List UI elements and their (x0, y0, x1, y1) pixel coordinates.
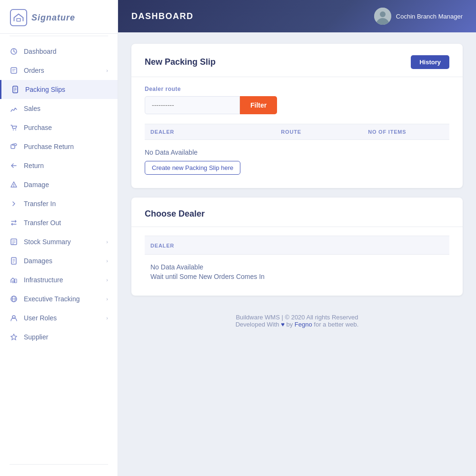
sidebar-item-purchase[interactable]: Purchase (0, 118, 118, 137)
sidebar-item-return[interactable]: Return (0, 156, 118, 175)
sidebar-item-label-return: Return (24, 162, 108, 169)
packing-slip-table-body: No Data Available Create new Packing Sli… (145, 140, 449, 177)
user-roles-arrow-icon: › (106, 315, 108, 321)
dealer-table-header: DEALER (145, 236, 449, 255)
orders-arrow-icon: › (106, 68, 108, 73)
sidebar-item-label-sales: Sales (24, 105, 108, 112)
executive-tracking-icon (10, 295, 18, 303)
header-user: Cochin Branch Manager (374, 8, 463, 25)
dealer-no-data: No Data Available (150, 263, 444, 271)
sidebar-item-dashboard[interactable]: Dashboard (0, 42, 118, 61)
sales-icon (10, 104, 18, 113)
user-name: Cochin Branch Manager (396, 13, 463, 20)
sidebar-item-label-damage: Damage (24, 181, 108, 188)
sidebar-item-stock-summary[interactable]: Stock Summary › (0, 232, 118, 251)
filter-button[interactable]: Filter (240, 96, 277, 114)
sidebar-item-supplier[interactable]: Supplier (0, 327, 118, 347)
sidebar-item-label-user-roles: User Roles (24, 314, 100, 322)
col-dealer-header: DEALER (150, 243, 174, 248)
svg-marker-15 (11, 334, 17, 340)
dealer-route-input[interactable] (145, 96, 240, 114)
packing-slip-title: New Packing Slip (145, 57, 216, 67)
sidebar-item-executive-tracking[interactable]: Executive Tracking › (0, 289, 118, 308)
col-dealer: DEALER (145, 129, 275, 135)
packing-slip-card-divider (131, 77, 463, 77)
damages-icon (10, 257, 18, 265)
dashboard-icon (10, 47, 18, 56)
sidebar-item-label-orders: Orders (24, 67, 100, 74)
history-button[interactable]: History (411, 55, 449, 69)
svg-rect-1 (17, 19, 20, 21)
logo-text: Signature (31, 13, 75, 23)
sidebar-item-label-executive-tracking: Executive Tracking (24, 295, 100, 303)
svg-point-17 (380, 11, 386, 17)
packing-slip-card-header: New Packing Slip History (145, 55, 449, 69)
logo-icon (10, 9, 28, 27)
sidebar-item-sales[interactable]: Sales (0, 99, 118, 118)
filter-row: Filter (145, 96, 449, 114)
sidebar-bottom-divider (10, 464, 108, 465)
sidebar-item-label-purchase-return: Purchase Return (24, 143, 108, 150)
svg-rect-3 (11, 68, 17, 73)
footer-by: by (286, 321, 294, 328)
packing-slip-table-header: DEALER ROUTE NO OF ITEMS (145, 124, 449, 140)
choose-dealer-card: Choose Dealer DEALER No Data Available W… (131, 198, 463, 296)
return-icon (10, 161, 18, 170)
svg-rect-10 (12, 281, 14, 283)
sidebar-item-transfer-in[interactable]: Transfer In (0, 194, 118, 213)
col-route: ROUTE (275, 129, 362, 135)
svg-rect-0 (10, 10, 27, 26)
transfer-in-icon (10, 199, 18, 208)
sidebar-item-label-transfer-in: Transfer In (24, 200, 108, 208)
dealer-table-body: No Data Available Wait until Some New Or… (145, 255, 449, 284)
stock-summary-icon (10, 238, 18, 246)
sidebar-divider (10, 36, 108, 36)
create-packing-slip-link[interactable]: Create new Packing Slip here (145, 161, 240, 175)
damages-arrow-icon: › (106, 258, 108, 264)
footer-post: for a better web. (314, 321, 358, 328)
footer-line1: Buildware WMS | © 2020 All rights Reserv… (131, 314, 463, 321)
sidebar-item-damage[interactable]: Damage (0, 175, 118, 194)
packing-slips-icon (11, 85, 20, 94)
sidebar-item-label-dashboard: Dashboard (24, 48, 108, 55)
purchase-return-icon (10, 142, 18, 151)
sidebar-item-orders[interactable]: Orders › (0, 61, 118, 80)
executive-tracking-arrow-icon: › (106, 296, 108, 302)
sidebar-nav: Dashboard Orders › Packing Slips Sales (0, 38, 118, 462)
dealer-wait-text: Wait until Some New Orders Comes In (150, 273, 444, 280)
stock-summary-arrow-icon: › (106, 239, 108, 245)
header-title: DASHBOARD (131, 11, 194, 21)
logo-area: Signature (0, 0, 118, 34)
svg-point-6 (15, 129, 16, 130)
footer: Buildware WMS | © 2020 All rights Reserv… (131, 305, 463, 333)
sidebar-item-infrastructure[interactable]: Infrastructure › (0, 270, 118, 289)
sidebar-item-label-stock-summary: Stock Summary (24, 238, 100, 246)
sidebar-item-label-damages: Damages (24, 257, 100, 265)
damage-icon (10, 180, 18, 189)
col-no-of-items: NO OF ITEMS (362, 129, 449, 135)
user-roles-icon (10, 314, 18, 322)
sidebar-item-purchase-return[interactable]: Purchase Return (0, 137, 118, 156)
sidebar-item-label-purchase: Purchase (24, 124, 108, 131)
choose-dealer-card-header: Choose Dealer (145, 209, 449, 219)
sidebar-item-transfer-out[interactable]: Transfer Out (0, 213, 118, 232)
sidebar-item-packing-slips[interactable]: Packing Slips (0, 80, 118, 99)
orders-icon (10, 66, 18, 75)
choose-dealer-card-divider (131, 227, 463, 227)
sidebar-item-label-packing-slips: Packing Slips (25, 86, 108, 93)
sidebar-item-label-supplier: Supplier (24, 333, 108, 341)
sidebar-item-damages[interactable]: Damages › (0, 251, 118, 270)
infrastructure-icon (10, 276, 18, 284)
content-area: New Packing Slip History Dealer route Fi… (118, 32, 476, 476)
purchase-icon (10, 123, 18, 132)
transfer-out-icon (10, 218, 18, 227)
main-content: DASHBOARD Cochin Branch Manager New Pack… (118, 0, 476, 476)
footer-developed-with: Developed With (236, 321, 279, 328)
dealer-route-label: Dealer route (145, 86, 449, 92)
sidebar-item-user-roles[interactable]: User Roles › (0, 308, 118, 327)
supplier-icon (10, 333, 18, 341)
sidebar-item-label-transfer-out: Transfer Out (24, 219, 108, 227)
user-avatar (374, 8, 391, 25)
footer-brand: Fegno (295, 321, 312, 328)
sidebar-item-label-infrastructure: Infrastructure (24, 276, 100, 284)
